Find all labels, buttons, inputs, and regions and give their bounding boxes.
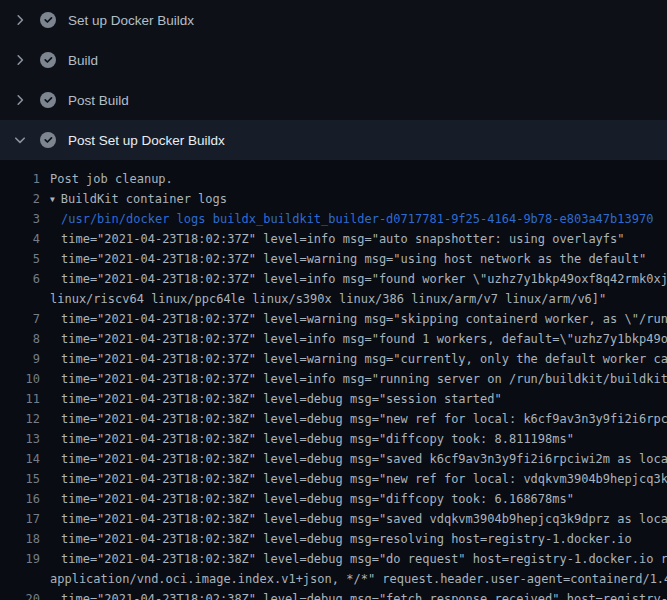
- line-number[interactable]: 9: [0, 349, 40, 369]
- log-line: 20 time="2021-04-23T18:02:38Z" level=deb…: [0, 589, 667, 600]
- log-line: 3 /usr/bin/docker logs buildx_buildkit_b…: [0, 209, 667, 229]
- actions-log-viewer: Set up Docker Buildx Build Post Build Po…: [0, 0, 667, 600]
- line-text: time="2021-04-23T18:02:38Z" level=debug …: [61, 589, 667, 600]
- line-number[interactable]: 14: [0, 449, 40, 469]
- line-number[interactable]: 15: [0, 469, 40, 489]
- log-section-header-2[interactable]: Post Build: [0, 80, 667, 120]
- line-text: time="2021-04-23T18:02:38Z" level=debug …: [61, 529, 632, 549]
- line-text: application/vnd.oci.image.index.v1+json,…: [50, 569, 667, 589]
- line-number[interactable]: 16: [0, 489, 40, 509]
- log-line: 17 time="2021-04-23T18:02:38Z" level=deb…: [0, 509, 667, 529]
- log-line: 10 time="2021-04-23T18:02:37Z" level=inf…: [0, 369, 667, 389]
- section-label: Build: [68, 53, 98, 68]
- line-text: time="2021-04-23T18:02:38Z" level=debug …: [61, 409, 667, 429]
- log-line: 18 time="2021-04-23T18:02:38Z" level=deb…: [0, 529, 667, 549]
- line-text: time="2021-04-23T18:02:37Z" level=warnin…: [61, 309, 667, 329]
- chevron-icon: [12, 132, 28, 148]
- line-number[interactable]: 11: [0, 389, 40, 409]
- log-line: 16 time="2021-04-23T18:02:38Z" level=deb…: [0, 489, 667, 509]
- line-text: Post job cleanup.: [50, 169, 173, 189]
- line-number: [0, 289, 40, 309]
- log-line: 15 time="2021-04-23T18:02:38Z" level=deb…: [0, 469, 667, 489]
- check-circle-icon: [40, 92, 56, 108]
- log-line: application/vnd.oci.image.index.v1+json,…: [0, 569, 667, 589]
- line-number[interactable]: 18: [0, 529, 40, 549]
- line-number[interactable]: 13: [0, 429, 40, 449]
- line-text: time="2021-04-23T18:02:38Z" level=debug …: [61, 449, 667, 469]
- check-circle-icon: [40, 132, 56, 148]
- log-line: 19 time="2021-04-23T18:02:38Z" level=deb…: [0, 549, 667, 569]
- line-number[interactable]: 2: [0, 189, 40, 209]
- line-number[interactable]: 8: [0, 329, 40, 349]
- steps-list: Set up Docker Buildx Build Post Build Po…: [0, 0, 667, 160]
- chevron-icon: [12, 92, 28, 108]
- section-label: Post Build: [68, 93, 129, 108]
- line-text: time="2021-04-23T18:02:37Z" level=warnin…: [61, 249, 646, 269]
- log-line: linux/riscv64 linux/ppc64le linux/s390x …: [0, 289, 667, 309]
- log-line: 13 time="2021-04-23T18:02:38Z" level=deb…: [0, 429, 667, 449]
- line-number[interactable]: 7: [0, 309, 40, 329]
- log-line: 12 time="2021-04-23T18:02:38Z" level=deb…: [0, 409, 667, 429]
- line-text: time="2021-04-23T18:02:37Z" level=info m…: [61, 369, 667, 389]
- chevron-icon: [12, 52, 28, 68]
- log-line: 1 Post job cleanup.: [0, 169, 667, 189]
- log-line: 4 time="2021-04-23T18:02:37Z" level=info…: [0, 229, 667, 249]
- line-number[interactable]: 1: [0, 169, 40, 189]
- line-number[interactable]: 12: [0, 409, 40, 429]
- log-line: 9 time="2021-04-23T18:02:37Z" level=warn…: [0, 349, 667, 369]
- line-number[interactable]: 3: [0, 209, 40, 229]
- log-section-header-0[interactable]: Set up Docker Buildx: [0, 0, 667, 40]
- line-text: /usr/bin/docker logs buildx_buildkit_bui…: [61, 209, 653, 229]
- line-number[interactable]: 5: [0, 249, 40, 269]
- group-collapse-triangle-icon[interactable]: ▼: [50, 190, 55, 209]
- line-text: time="2021-04-23T18:02:37Z" level=info m…: [61, 329, 667, 349]
- log-line: 8 time="2021-04-23T18:02:37Z" level=info…: [0, 329, 667, 349]
- log-section-header-3[interactable]: Post Set up Docker Buildx: [0, 120, 667, 160]
- line-number[interactable]: 10: [0, 369, 40, 389]
- log-line: 6 time="2021-04-23T18:02:37Z" level=info…: [0, 269, 667, 289]
- line-text: time="2021-04-23T18:02:38Z" level=debug …: [61, 469, 667, 489]
- line-text: time="2021-04-23T18:02:37Z" level=warnin…: [61, 349, 667, 369]
- line-number[interactable]: 17: [0, 509, 40, 529]
- log-line: 11 time="2021-04-23T18:02:38Z" level=deb…: [0, 389, 667, 409]
- line-text: time="2021-04-23T18:02:38Z" level=debug …: [61, 489, 574, 509]
- check-circle-icon: [40, 12, 56, 28]
- log-panel: 1 Post job cleanup. 2 ▼BuildKit containe…: [0, 160, 667, 600]
- section-label: Post Set up Docker Buildx: [68, 133, 225, 148]
- line-text: time="2021-04-23T18:02:38Z" level=debug …: [61, 389, 502, 409]
- section-label: Set up Docker Buildx: [68, 13, 194, 28]
- log-line: 2 ▼BuildKit container logs: [0, 189, 667, 209]
- log-section-header-1[interactable]: Build: [0, 40, 667, 80]
- line-number[interactable]: 6: [0, 269, 40, 289]
- log-line: 7 time="2021-04-23T18:02:37Z" level=warn…: [0, 309, 667, 329]
- chevron-icon: [12, 12, 28, 28]
- line-text: time="2021-04-23T18:02:38Z" level=debug …: [61, 549, 667, 569]
- line-number: [0, 569, 40, 589]
- line-number[interactable]: 4: [0, 229, 40, 249]
- check-circle-icon: [40, 52, 56, 68]
- line-number[interactable]: 19: [0, 549, 40, 569]
- line-text: ▼BuildKit container logs: [50, 189, 227, 209]
- line-text: time="2021-04-23T18:02:37Z" level=info m…: [61, 229, 625, 249]
- line-text: time="2021-04-23T18:02:38Z" level=debug …: [61, 509, 667, 529]
- log-line: 5 time="2021-04-23T18:02:37Z" level=warn…: [0, 249, 667, 269]
- line-text: linux/riscv64 linux/ppc64le linux/s390x …: [50, 289, 606, 309]
- group-title: BuildKit container logs: [61, 192, 227, 206]
- line-text: time="2021-04-23T18:02:38Z" level=debug …: [61, 429, 574, 449]
- line-text: time="2021-04-23T18:02:37Z" level=info m…: [61, 269, 667, 289]
- log-line: 14 time="2021-04-23T18:02:38Z" level=deb…: [0, 449, 667, 469]
- line-number[interactable]: 20: [0, 589, 40, 600]
